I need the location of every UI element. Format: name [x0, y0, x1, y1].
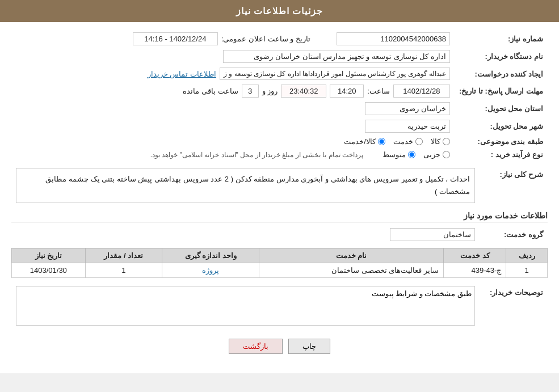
radio-kala-input[interactable] [443, 138, 450, 145]
col-date: تاریخ نیاز [12, 248, 86, 263]
shomara-niaz-label: شماره نیاز: [455, 30, 548, 48]
tabaqe-label: طبقه بندی موضوعی: [455, 135, 548, 148]
kala-label: کالا [431, 137, 440, 146]
grooh-value: ساختمان [390, 228, 475, 241]
grooh-label: گروه خدمت: [480, 226, 548, 243]
date-value: 1402/12/28 [393, 85, 450, 98]
grooh-cell: ساختمان [11, 226, 480, 243]
ijad-label: ایجاد کننده درخواست: [455, 65, 548, 82]
ostan-label: استان محل تحویل: [455, 100, 548, 117]
shahr-label: شهر محل تحویل: [455, 117, 548, 135]
col-radif: ردیف [506, 248, 548, 263]
jozee-label: جزیی [423, 150, 440, 159]
toseifat-label: توصیحات خریدار: [480, 284, 548, 330]
toseifat-cell [11, 284, 480, 330]
toseifat-textarea[interactable] [16, 286, 475, 326]
bottom-buttons: چاپ بازگشت [11, 339, 548, 354]
cell-count: 1 [85, 263, 162, 278]
service-table: ردیف کد خدمت نام خدمت واحد اندازه گیری ت… [11, 248, 548, 278]
col-name: نام خدمت [259, 248, 444, 263]
ostan-cell: خراسان رضوی [11, 100, 455, 117]
ijad-cell: عبداله گوهری پور کارشناس مسئول امور قرار… [11, 65, 455, 82]
btn-chap[interactable]: چاپ [288, 339, 330, 354]
pardakht-text: پرداخت تمام یا بخشی از مبلغ خریدار از مح… [150, 151, 363, 159]
countdown-value: 23:40:32 [281, 85, 326, 98]
cell-code: ج-43-439 [444, 263, 506, 278]
ostan-value: خراسان رضوی [365, 102, 450, 115]
cell-radif: 1 [506, 263, 548, 278]
toseifat-table: توصیحات خریدار: [11, 284, 548, 330]
shomara-niaz-value: 1102004542000638 [337, 32, 450, 45]
shahr-cell: تربت حیدریه [11, 117, 455, 135]
col-unit: واحد اندازه گیری [162, 248, 259, 263]
saat-mande-label: ساعت باقی مانده [183, 87, 238, 95]
radio-khedmat[interactable]: خدمت [393, 137, 423, 146]
moholat-label: مهلت ارسال پاسخ: تا تاریخ: [455, 82, 548, 100]
time-label: ساعت: [367, 87, 390, 95]
radio-jozee-input[interactable] [443, 151, 450, 158]
sharh-value: احداث ، تکمیل و تعمیر سرویس های بهداشتی … [16, 168, 475, 203]
nam-dastgah-cell: اداره کل نوسازی توسعه و تجهیز مدارس استا… [11, 48, 455, 65]
roz-value: 3 [242, 85, 259, 98]
header-title: جزئیات اطلاعات نیاز [236, 6, 323, 16]
sharh-label: شرح کلی نیاز: [480, 166, 548, 205]
radio-kala[interactable]: کالا [431, 137, 450, 146]
page-wrapper: جزئیات اطلاعات نیاز شماره نیاز: 11020045… [0, 0, 559, 373]
khadamat-title: اطلاعات خدمات مورد نیاز [11, 211, 548, 222]
nam-dastgah-label: نام دستگاه خریدار: [455, 48, 548, 65]
radio-khedmat-input[interactable] [415, 138, 423, 145]
nooe-farayand-cell: جزیی متوسط پرداخت تمام یا بخشی از مبلغ خ… [11, 148, 455, 161]
radio-motavasset-input[interactable] [408, 151, 415, 158]
shahr-value: تربت حیدریه [365, 120, 450, 133]
radio-kala-khedmat[interactable]: کالا/خدمت [344, 137, 385, 146]
radio-motavasset[interactable]: متوسط [383, 150, 415, 159]
tabaqe-cell: کالا خدمت کالا/خدمت [11, 135, 455, 148]
nooe-farayand-label: نوع فرآیند خرید : [455, 148, 548, 161]
radio-kala-khedmat-input[interactable] [378, 138, 385, 145]
time-value: 14:20 [330, 85, 364, 98]
table-row: 1 ج-43-439 سایر فعالیت‌های تخصصی ساختمان… [12, 263, 548, 278]
ijad-value: عبداله گوهری پور کارشناس مسئول امور قرار… [220, 68, 450, 80]
btn-bazgasht[interactable]: بازگشت [229, 339, 283, 354]
radio-jozee[interactable]: جزیی [423, 150, 450, 159]
khedmat-label: خدمت [393, 137, 413, 146]
kala-khedmat-label: کالا/خدمت [344, 137, 376, 146]
grooh-table: گروه خدمت: ساختمان [11, 226, 548, 243]
motavasset-label: متوسط [383, 150, 406, 159]
moholat-cell: 1402/12/28 ساعت: 14:20 23:40:32 روز و 3 … [11, 82, 455, 100]
roz-label: روز و [262, 87, 278, 95]
cell-unit: پروژه [162, 263, 259, 278]
shomara-niaz-cell: 1102004542000638 تاریخ و ساعت اعلان عموم… [11, 30, 455, 48]
aalan-value: 1402/12/24 - 14:16 [133, 32, 218, 45]
cell-date: 1403/01/30 [12, 263, 86, 278]
contact-link[interactable]: اطلاعات تماس خریدار [148, 70, 216, 78]
aalan-label: تاریخ و ساعت اعلان عمومی: [221, 35, 310, 43]
main-info-table: شماره نیاز: 1102004542000638 تاریخ و ساع… [11, 30, 548, 161]
cell-name: سایر فعالیت‌های تخصصی ساختمان [259, 263, 444, 278]
col-code: کد خدمت [444, 248, 506, 263]
sharh-table: شرح کلی نیاز: احداث ، تکمیل و تعمیر سروی… [11, 166, 548, 205]
nam-dastgah-value: اداره کل نوسازی توسعه و تجهیز مدارس استا… [223, 50, 450, 63]
content-area: شماره نیاز: 1102004542000638 تاریخ و ساع… [0, 22, 559, 362]
col-count: تعداد / مقدار [85, 248, 162, 263]
page-header: جزئیات اطلاعات نیاز [0, 0, 559, 22]
sharh-cell: احداث ، تکمیل و تعمیر سرویس های بهداشتی … [11, 166, 480, 205]
